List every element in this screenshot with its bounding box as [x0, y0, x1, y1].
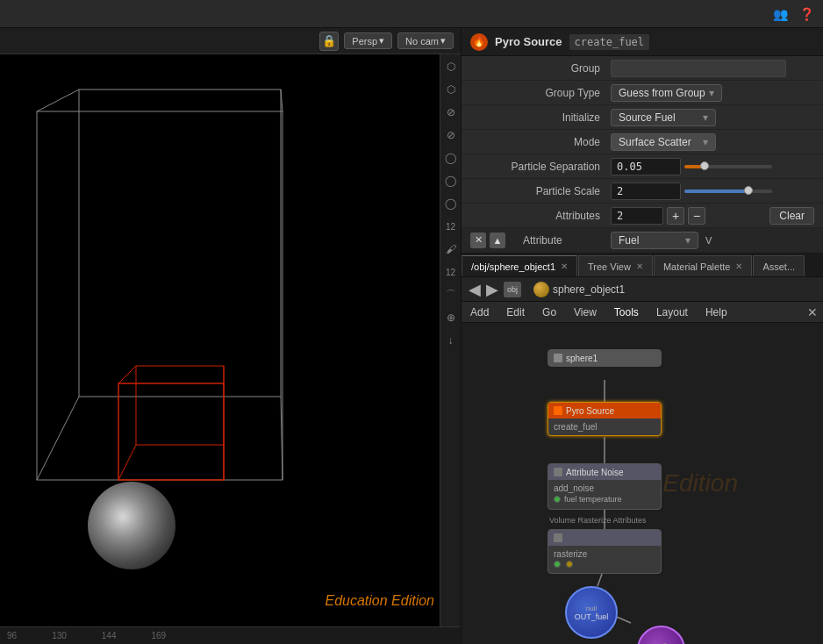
- tab-obj-sphere[interactable]: /obj/sphere_object1 ✕: [462, 255, 577, 276]
- menu-layout[interactable]: Layout: [653, 306, 691, 318]
- remove-attr-btn[interactable]: ✕: [470, 233, 486, 248]
- group-type-dropdown[interactable]: Guess from Group ▾: [611, 84, 722, 102]
- num12b-icon[interactable]: 12: [442, 263, 460, 281]
- node-name-label: create_fuel: [569, 34, 649, 50]
- help-icon[interactable]: ❓: [797, 4, 816, 24]
- attributes-label: Attributes: [470, 210, 611, 222]
- add-attribute-btn[interactable]: +: [667, 207, 684, 225]
- mode-text: Surface Scatter: [619, 136, 691, 148]
- tab-close-2[interactable]: ✕: [735, 262, 742, 271]
- node-rasterize-ports: [554, 561, 655, 568]
- people-icon[interactable]: 👥: [770, 4, 790, 24]
- edit-icon[interactable]: ⊘: [442, 104, 460, 121]
- node-icon[interactable]: ⊕: [442, 309, 460, 326]
- attributes-row: Attributes + − Clear: [462, 204, 823, 228]
- menu-go[interactable]: Go: [539, 306, 560, 318]
- particle-separation-input[interactable]: [611, 158, 681, 175]
- select-icon[interactable]: ⬡: [442, 81, 460, 98]
- svg-rect-6: [118, 383, 224, 480]
- v-label: V: [705, 235, 712, 246]
- node-rasterize[interactable]: rasterize: [547, 529, 662, 574]
- tab-label-2: Material Palette: [663, 261, 730, 272]
- attributes-count-input[interactable]: [611, 207, 663, 225]
- out-fuel-label: OUT_fuel: [575, 612, 609, 621]
- particle-scale-slider[interactable]: [684, 190, 814, 193]
- viewport-3d: Education Edition ⬡ ⬡ ⊘ ⊘ ◯ ◯ ◯ 12 🖌 12 …: [0, 54, 461, 626]
- node-add-noise[interactable]: Attribute Noise add_noise fuel temperatu…: [547, 463, 662, 510]
- light-icon[interactable]: ◯: [442, 149, 460, 167]
- port-green: [554, 496, 561, 503]
- svg-line-10: [118, 445, 136, 480]
- svg-line-4: [37, 397, 79, 480]
- menu-edit[interactable]: Edit: [503, 306, 528, 318]
- particle-scale-label: Particle Scale: [470, 185, 611, 197]
- remove-attribute-btn[interactable]: −: [688, 207, 705, 225]
- port-green2: [554, 561, 561, 568]
- attribute-value-text: Fuel: [619, 234, 639, 247]
- node-sphere1[interactable]: sphere1: [547, 349, 662, 367]
- attribute-value-dropdown[interactable]: Fuel ▾: [611, 232, 698, 249]
- menu-tools[interactable]: Tools: [611, 306, 642, 318]
- particle-separation-row: Particle Separation: [462, 154, 823, 179]
- svg-line-8: [118, 366, 136, 383]
- slider-track: [684, 165, 772, 168]
- mode-row: Mode Surface Scatter ▾: [462, 130, 823, 154]
- group-value: [611, 60, 814, 77]
- menu-view[interactable]: View: [570, 306, 600, 318]
- arrow-down-icon[interactable]: ↓: [442, 332, 460, 349]
- node-toolbar: ◀ ▶ obj sphere_object1: [462, 277, 823, 302]
- attribute-sub-label: Attribute: [523, 234, 611, 247]
- node-add-noise-body: add_noise fuel temperature: [548, 480, 661, 509]
- camera-perspective-btn[interactable]: Persp ▾: [344, 32, 392, 49]
- particle-scale-input[interactable]: [611, 182, 681, 200]
- tab-tree-view[interactable]: Tree View ✕: [578, 255, 653, 276]
- node-render[interactable]: null RENDER: [637, 626, 685, 644]
- out-fuel-pre-label: null: [575, 605, 609, 612]
- menu-help[interactable]: Help: [702, 306, 731, 318]
- svg-rect-1: [79, 89, 281, 397]
- menu-add[interactable]: Add: [467, 306, 492, 318]
- chevron-down-icon4: ▾: [685, 234, 691, 247]
- initialize-value: Source Fuel ▾: [611, 109, 814, 126]
- scale-slider-track: [684, 190, 772, 193]
- chevron-down-icon3: ▾: [703, 136, 708, 148]
- close-panel-btn[interactable]: ✕: [807, 305, 818, 319]
- group-input[interactable]: [611, 60, 786, 77]
- node-create-fuel-type: Pyro Source: [566, 406, 614, 416]
- initialize-row: Initialize Source Fuel ▾: [462, 105, 823, 130]
- group-type-label: Group Type: [470, 87, 611, 99]
- viewport-axis-bar: 96 130 144 169: [0, 626, 461, 644]
- snap-icon[interactable]: ⊘: [442, 126, 460, 144]
- path-icon[interactable]: ⌒: [442, 286, 460, 304]
- paint-icon[interactable]: 🖌: [442, 240, 460, 258]
- clear-button[interactable]: Clear: [769, 207, 814, 225]
- breadcrumb: obj sphere_object1: [504, 282, 816, 297]
- tab-close-1[interactable]: ✕: [636, 262, 643, 271]
- lock-icon[interactable]: 🔒: [319, 32, 339, 51]
- forward-btn[interactable]: ▶: [486, 282, 498, 297]
- tab-asset[interactable]: Asset...: [753, 255, 805, 276]
- back-btn[interactable]: ◀: [469, 282, 481, 297]
- node-out-fuel[interactable]: null OUT_fuel: [565, 586, 618, 639]
- particle-scale-value: [611, 182, 814, 200]
- initialize-dropdown[interactable]: Source Fuel ▾: [611, 109, 716, 126]
- node-rasterize-label: rasterize: [554, 549, 587, 559]
- sphere-node-icon: [533, 282, 549, 297]
- num12-icon[interactable]: 12: [442, 218, 460, 235]
- node-create-fuel-label: create_fuel: [554, 422, 597, 432]
- group-label: Group: [470, 62, 611, 75]
- node-graph[interactable]: Education Edition: [462, 323, 823, 644]
- mode-dropdown[interactable]: Surface Scatter ▾: [611, 133, 716, 151]
- camera-select-btn[interactable]: No cam ▾: [397, 32, 454, 49]
- node-add-noise-header: Attribute Noise: [548, 464, 661, 480]
- move-up-btn[interactable]: ▲: [490, 233, 505, 248]
- render-icon[interactable]: ◯: [442, 195, 460, 212]
- node-add-noise-ports: fuel temperature: [554, 495, 655, 504]
- tab-close-0[interactable]: ✕: [561, 262, 568, 271]
- node-create-fuel[interactable]: Pyro Source create_fuel: [547, 402, 662, 436]
- layers-icon[interactable]: ⬡: [442, 58, 460, 75]
- tab-material-palette[interactable]: Material Palette ✕: [654, 255, 752, 276]
- chevron-down-icon2: ▾: [703, 111, 708, 124]
- camera2-icon[interactable]: ◯: [442, 172, 460, 190]
- particle-separation-slider[interactable]: [684, 165, 814, 168]
